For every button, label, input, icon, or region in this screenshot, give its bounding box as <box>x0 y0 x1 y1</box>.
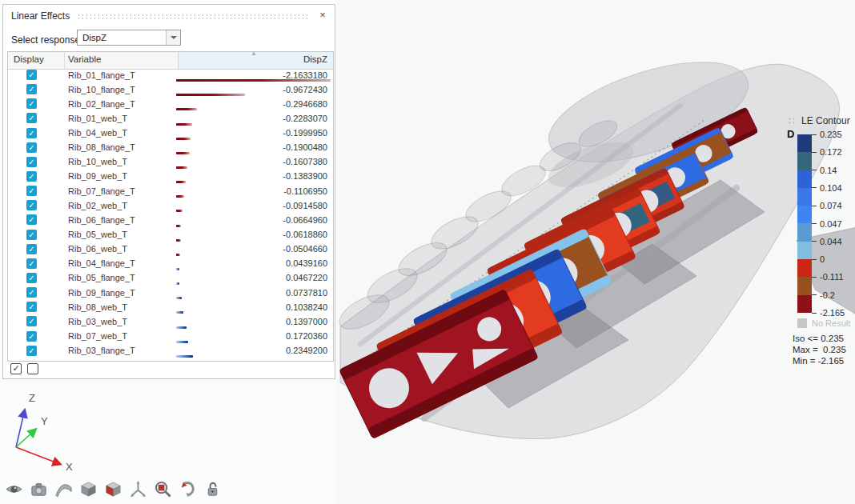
value-label: -0.1106950 <box>283 186 327 196</box>
lock-view-icon[interactable] <box>203 480 222 498</box>
table-row[interactable]: ✓Rib_06_web_T-0.0504660 <box>8 242 333 257</box>
row-checkbox[interactable]: ✓ <box>26 302 37 312</box>
legend-tick <box>812 313 817 314</box>
variable-label: Rib_02_flange_T <box>68 99 135 109</box>
legend-drag-handle-icon[interactable] <box>788 117 797 125</box>
triad-axes-icon[interactable] <box>129 480 147 498</box>
effect-bar <box>176 166 187 169</box>
row-checkbox[interactable]: ✓ <box>26 113 37 123</box>
table-row[interactable]: ✓Rib_08_web_T0.1038240 <box>8 300 333 314</box>
viewport-3d[interactable] <box>336 0 855 504</box>
table-row[interactable]: ✓Rib_09_web_T-0.1383900 <box>8 170 333 184</box>
panel-title: Linear Effects <box>11 10 70 22</box>
row-checkbox[interactable]: ✓ <box>26 157 37 167</box>
iso-value: Iso <= 0.235 <box>793 333 846 344</box>
legend-tick <box>812 277 817 278</box>
zoom-fit-icon[interactable] <box>154 480 172 498</box>
row-checkbox[interactable]: ✓ <box>26 331 37 342</box>
no-result-label: No Result <box>812 318 850 328</box>
table-row[interactable]: ✓Rib_05_web_T-0.0618860 <box>8 228 333 242</box>
legend-tick-label: -0.111 <box>820 272 844 282</box>
response-select[interactable]: DispZ <box>77 30 181 46</box>
table-row[interactable]: ✓Rib_06_flange_T-0.0664960 <box>8 213 333 227</box>
row-checkbox[interactable]: ✓ <box>26 214 37 225</box>
effect-bar <box>176 239 181 242</box>
drag-handle-icon[interactable] <box>77 14 311 19</box>
legend-tick <box>812 294 817 295</box>
legend-tick-label: -0.2 <box>820 290 835 300</box>
row-checkbox[interactable]: ✓ <box>26 316 37 326</box>
chevron-down-icon[interactable] <box>166 30 180 45</box>
row-checkbox[interactable]: ✓ <box>26 98 37 109</box>
row-checkbox[interactable]: ✓ <box>26 244 37 254</box>
legend-tick-label: 0.235 <box>820 130 842 139</box>
table-row[interactable]: ✓Rib_05_flange_T0.0467220 <box>8 271 333 286</box>
table-row[interactable]: ✓Rib_07_flange_T-0.1106950 <box>8 184 333 198</box>
section-cube-icon[interactable] <box>104 480 122 498</box>
row-checkbox[interactable]: ✓ <box>26 171 37 182</box>
value-label: -0.0618860 <box>283 230 327 239</box>
panel-title-bar[interactable]: Linear Effects × <box>3 5 335 26</box>
value-label: -0.0664960 <box>283 215 327 225</box>
legend-tick <box>812 259 817 260</box>
row-checkbox[interactable]: ✓ <box>26 346 37 356</box>
select-all-checkbox[interactable]: ✓ <box>10 363 22 374</box>
cube-view-icon[interactable] <box>79 480 98 498</box>
effect-bar <box>176 282 179 285</box>
row-checkbox[interactable]: ✓ <box>26 287 37 298</box>
y-axis-label: Y <box>41 415 48 427</box>
table-row[interactable]: ✓Rib_04_web_T-0.1999950 <box>8 126 333 141</box>
row-checkbox[interactable]: ✓ <box>26 70 37 80</box>
row-checkbox[interactable]: ✓ <box>26 200 37 210</box>
variable-label: Rib_05_web_T <box>68 230 127 239</box>
table-row[interactable]: ✓Rib_03_web_T0.1397000 <box>8 314 333 329</box>
effect-bar <box>176 254 180 256</box>
legend-stats: Iso <= 0.235 Max = 0.235 Min = -2.165 <box>793 333 846 366</box>
row-checkbox[interactable]: ✓ <box>26 142 37 153</box>
table-row[interactable]: ✓Rib_02_flange_T-0.2946680 <box>8 97 333 111</box>
table-row[interactable]: ✓Rib_01_web_T-0.2283070 <box>8 111 333 126</box>
variable-label: Rib_03_flange_T <box>68 346 135 355</box>
table-row[interactable]: ✓Rib_09_flange_T0.0737810 <box>8 286 333 300</box>
row-checkbox[interactable]: ✓ <box>26 273 37 283</box>
table-row[interactable]: ✓Rib_02_web_T-0.0914580 <box>8 198 333 213</box>
effect-bar <box>176 94 245 96</box>
table-row[interactable]: ✓Rib_03_flange_T0.2349200 <box>8 344 333 358</box>
legend-tick-label: 0.044 <box>820 237 842 246</box>
table-row[interactable]: ✓Rib_10_web_T-0.1607380 <box>8 155 333 170</box>
column-divider <box>64 52 65 69</box>
legend-tick-label: 0.047 <box>820 219 842 229</box>
header-value[interactable]: DispZ <box>303 54 327 64</box>
min-value: Min = -2.165 <box>793 355 846 366</box>
row-checkbox[interactable]: ✓ <box>26 128 37 138</box>
surface-shade-icon[interactable] <box>54 480 73 498</box>
table-row[interactable]: ✓Rib_08_flange_T-0.1900480 <box>8 141 333 155</box>
legend-tick-label: -2.165 <box>820 308 845 318</box>
value-label: -0.2283070 <box>283 114 327 123</box>
camera-capture-icon[interactable] <box>30 480 48 498</box>
sort-ascending-icon[interactable]: ▲ <box>251 50 257 57</box>
view-eye-icon[interactable] <box>5 480 23 498</box>
value-label: -0.1900480 <box>283 142 327 152</box>
row-checkbox[interactable]: ✓ <box>26 230 37 240</box>
variable-label: Rib_01_flange_T <box>68 70 135 80</box>
variable-label: Rib_04_web_T <box>68 128 127 138</box>
variable-label: Rib_07_flange_T <box>68 186 135 196</box>
table-row[interactable]: ✓Rib_01_flange_T-2.1633180 <box>8 68 333 82</box>
header-display[interactable]: Display <box>14 54 44 64</box>
row-checkbox[interactable]: ✓ <box>26 186 37 196</box>
value-label: 0.2349200 <box>286 346 327 355</box>
legend-header[interactable]: LE Contour <box>788 115 850 126</box>
table-row[interactable]: ✓Rib_07_web_T0.1720360 <box>8 330 333 344</box>
row-checkbox[interactable]: ✓ <box>26 258 37 269</box>
header-variable[interactable]: Variable <box>68 54 101 64</box>
table-row[interactable]: ✓Rib_04_flange_T0.0439160 <box>8 257 333 271</box>
row-checkbox[interactable]: ✓ <box>26 84 37 94</box>
rotate-view-icon[interactable] <box>179 480 197 498</box>
value-label: -0.2946680 <box>283 99 327 109</box>
close-icon[interactable]: × <box>317 9 328 21</box>
table-row[interactable]: ✓Rib_10_flange_T-0.9672430 <box>8 82 333 97</box>
effect-bar <box>176 79 331 82</box>
deselect-all-checkbox[interactable] <box>27 363 38 374</box>
effect-bar <box>176 355 193 358</box>
